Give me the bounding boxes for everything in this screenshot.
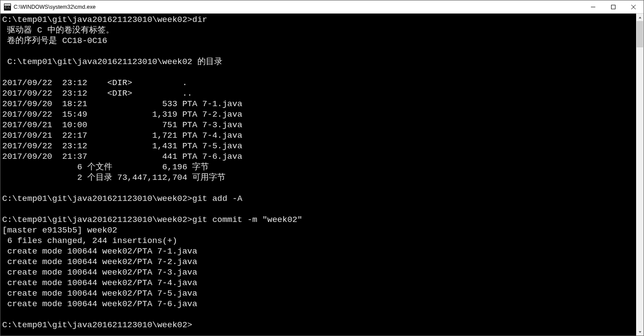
scroll-down-arrow[interactable] [636,328,644,336]
create-line: create mode 100644 week02/PTA 7-5.java [2,289,197,298]
commit-stats: 6 files changed, 244 insertions(+) [2,236,177,246]
svg-text:C:\: C:\ [5,6,10,9]
vertical-scrollbar[interactable] [636,14,644,336]
cmd-git-add: git add -A [192,194,242,204]
create-line: create mode 100644 week02/PTA 7-3.java [2,268,197,277]
cmd-git-commit: git commit -m "week02" [192,215,302,225]
prompt: C:\temp01\git\java201621123010\week02> [2,215,192,225]
create-line: create mode 100644 week02/PTA 7-4.java [2,278,197,288]
window-title: C:\WINDOWS\system32\cmd.exe [14,4,96,10]
titlebar[interactable]: C:\ C:\WINDOWS\system32\cmd.exe [0,0,644,14]
summary-dirs: 2 个目录 73,447,112,704 可用字节 [2,173,225,182]
close-button[interactable] [623,0,644,14]
dir-entry: 2017/09/22 15:49 1,319 PTA 7-2.java [2,110,242,119]
cmd-dir: dir [192,15,207,25]
prompt: C:\temp01\git\java201621123010\week02> [2,320,192,330]
scroll-up-arrow[interactable] [636,14,644,21]
cmd-icon: C:\ [4,4,11,11]
dir-entry: 2017/09/20 21:37 441 PTA 7-6.java [2,152,242,161]
scroll-thumb[interactable] [637,21,643,47]
prompt: C:\temp01\git\java201621123010\week02> [2,194,192,204]
dir-entry: 2017/09/22 23:12 <DIR> . [2,78,187,88]
create-line: create mode 100644 week02/PTA 7-2.java [2,257,197,267]
svg-marker-9 [639,331,641,333]
svg-rect-5 [612,5,615,9]
minimize-button[interactable] [583,0,603,14]
terminal-output[interactable]: C:\temp01\git\java201621123010\week02>di… [0,14,636,336]
dir-entry: 2017/09/22 23:12 1,431 PTA 7-5.java [2,141,242,151]
svg-marker-8 [639,17,641,18]
prompt: C:\temp01\git\java201621123010\week02> [2,15,192,25]
volume-line: 驱动器 C 中的卷没有标签。 [2,25,114,35]
dir-entry: 2017/09/20 18:21 533 PTA 7-1.java [2,99,242,109]
serial-line: 卷的序列号是 CC18-0C16 [2,36,107,46]
client-area: C:\temp01\git\java201621123010\week02>di… [0,14,644,336]
dir-of-line: C:\temp01\git\java201621123010\week02 的目… [2,57,222,67]
create-line: create mode 100644 week02/PTA 7-1.java [2,247,197,256]
commit-header: [master e9135b5] week02 [2,225,117,235]
maximize-button[interactable] [603,0,623,14]
create-line: create mode 100644 week02/PTA 7-6.java [2,299,197,309]
dir-entry: 2017/09/21 22:17 1,721 PTA 7-4.java [2,131,242,140]
dir-entry: 2017/09/22 23:12 <DIR> .. [2,89,192,98]
dir-entry: 2017/09/21 10:00 751 PTA 7-3.java [2,120,242,130]
summary-files: 6 个文件 6,196 字节 [2,162,209,172]
cmd-window: C:\ C:\WINDOWS\system32\cmd.exe C:\temp0… [0,0,644,336]
